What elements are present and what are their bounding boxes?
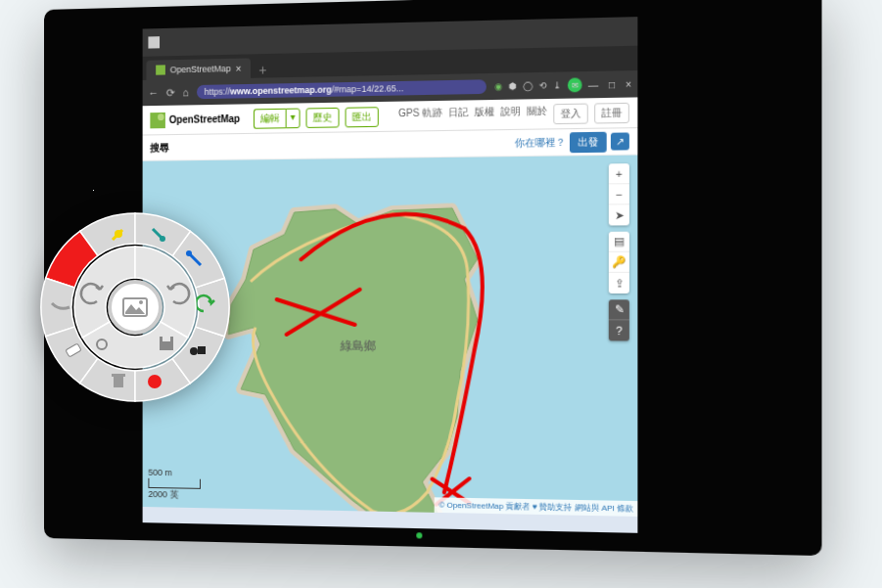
account-icon[interactable]: ◯ (523, 80, 533, 91)
back-icon[interactable]: ← (148, 87, 159, 99)
nav-about[interactable]: 關於 (527, 104, 547, 124)
home-icon[interactable]: ⌂ (182, 86, 188, 98)
svg-point-9 (186, 250, 192, 256)
svg-point-7 (190, 347, 198, 355)
nav-gps[interactable]: GPS 軌跡 (398, 106, 442, 126)
nav-diary[interactable]: 日記 (448, 105, 468, 125)
shield-icon[interactable]: ◉ (494, 81, 502, 92)
scale-imperial: 2000 英 (148, 488, 201, 502)
extension-icon[interactable]: ⬢ (509, 81, 517, 92)
screenshot-icon (122, 297, 148, 317)
osm-secondary-nav: GPS 軌跡 日記 版權 說明 關於 登入 註冊 (398, 102, 629, 126)
svg-point-16 (139, 300, 143, 304)
nav-help[interactable]: 說明 (500, 104, 521, 124)
url-path: /#map=14/22.65... (332, 83, 403, 95)
osm-logo-icon (150, 112, 165, 127)
reload-icon[interactable]: ⟳ (166, 86, 175, 99)
close-icon[interactable]: × (626, 78, 631, 90)
radial-menu[interactable] (37, 209, 233, 405)
query-button[interactable]: ? (609, 320, 629, 340)
export-button[interactable]: 匯出 (345, 107, 378, 127)
directions-button[interactable]: ↗ (611, 132, 629, 150)
svg-point-6 (148, 375, 162, 388)
seg-brush[interactable] (41, 278, 74, 336)
zoom-in-button[interactable]: + (609, 163, 629, 184)
signup-button[interactable]: 註冊 (594, 102, 629, 123)
svg-rect-8 (198, 346, 206, 354)
svg-marker-15 (125, 304, 145, 314)
osm-primary-nav: 編輯 ▾ 歷史 匯出 (254, 107, 379, 129)
history-icon[interactable]: ⟲ (539, 80, 547, 91)
map-scale: 500 m 2000 英 (148, 468, 201, 502)
url-host: www.openstreetmap.org (230, 84, 332, 96)
locate-button[interactable]: ➤ (609, 204, 629, 225)
url-protocol: https:// (205, 86, 230, 97)
osm-logo[interactable]: OpenStreetMap (150, 111, 240, 128)
history-button[interactable]: 歷史 (305, 107, 339, 127)
map-controls: + − ➤ ▤ 🔑 ⇪ ✎ ? (609, 163, 629, 340)
go-button[interactable]: 出發 (570, 131, 607, 153)
search-label: 搜尋 (150, 141, 168, 155)
island: 綠島鄉 (208, 188, 503, 517)
downloads-icon[interactable]: ⤓ (553, 80, 561, 91)
svg-point-10 (160, 236, 165, 242)
edit-caret-icon[interactable]: ▾ (286, 108, 301, 128)
island-label: 綠島鄉 (339, 339, 376, 353)
browser-tab[interactable]: OpenStreetMap × (146, 58, 251, 80)
osm-logo-text: OpenStreetMap (169, 113, 240, 125)
svg-rect-5 (112, 374, 125, 377)
svg-rect-4 (114, 377, 123, 387)
layers-button[interactable]: ▤ (609, 232, 629, 252)
messenger-icon[interactable]: ✉ (568, 77, 582, 92)
url-field[interactable]: https://www.openstreetmap.org/#map=14/22… (197, 79, 487, 99)
nav-copyright[interactable]: 版權 (475, 105, 495, 125)
scale-metric: 500 m (148, 468, 201, 478)
zoom-out-button[interactable]: − (609, 184, 629, 204)
tab-title: OpenStreetMap (170, 64, 231, 74)
where-link[interactable]: 你在哪裡？ (515, 135, 566, 150)
maximize-icon[interactable]: □ (609, 78, 615, 90)
share-button[interactable]: ⇪ (609, 273, 629, 294)
radial-center-button[interactable] (108, 280, 162, 335)
favicon-icon (156, 65, 165, 74)
add-note-button[interactable]: ✎ (609, 299, 629, 320)
seg-redo-green[interactable] (196, 278, 229, 336)
tab-close-icon[interactable]: × (236, 63, 242, 73)
svg-rect-12 (162, 337, 170, 341)
minimize-icon[interactable]: — (588, 79, 598, 91)
app-icon (148, 36, 160, 48)
toolbar-right: ◉ ⬢ ◯ ⟲ ⤓ ✉ — □ × (494, 76, 631, 93)
new-tab-button[interactable]: + (251, 62, 274, 78)
login-button[interactable]: 登入 (553, 103, 588, 124)
map-key-button[interactable]: 🔑 (609, 252, 629, 273)
edit-button[interactable]: 編輯 (254, 108, 286, 128)
